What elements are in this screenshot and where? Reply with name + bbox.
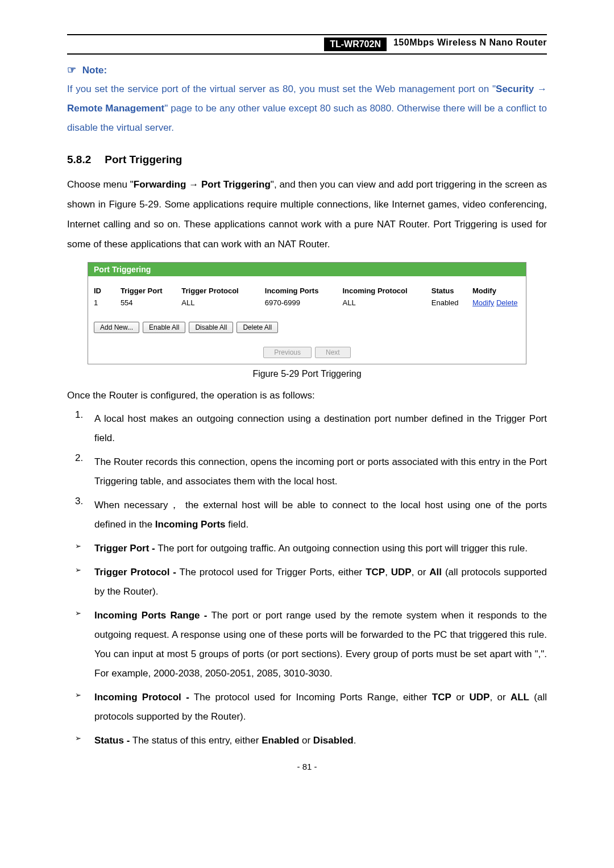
tpr-d: ,	[385, 567, 391, 578]
ss-button-row: Add New... Enable All Disable All Delete…	[88, 316, 526, 342]
bullet-icon: ➢	[75, 606, 94, 683]
col-modify: Modify	[472, 286, 520, 295]
add-new-button[interactable]: Add New...	[94, 322, 139, 333]
list-item: ➢ Trigger Protocol - The protocol used f…	[75, 563, 547, 601]
ul-trigger-protocol: Trigger Protocol - The protocol used for…	[94, 563, 547, 601]
header-bar: TL-WR702N 150Mbps Wireless N Nano Router	[67, 34, 547, 55]
figure-caption: Figure 5-29 Port Triggering	[67, 369, 547, 379]
col-incoming-protocol: Incoming Protocol	[343, 286, 432, 295]
cell-inports: 6970-6999	[265, 298, 343, 307]
bullet-list: ➢ Trigger Port - The port for outgoing t…	[75, 539, 547, 750]
list-item: ➢ Trigger Port - The port for outgoing t…	[75, 539, 547, 558]
cell-id: 1	[94, 298, 121, 307]
note-text-a: If you set the service port of the virtu…	[67, 84, 496, 94]
modify-link[interactable]: Modify	[472, 298, 494, 307]
st-d: or	[299, 735, 313, 746]
tp-text: The port for outgoing traffic. An outgoi…	[155, 543, 528, 554]
list-item: ➢ Incoming Ports Range - The port or por…	[75, 606, 547, 683]
ip-tcp: TCP	[432, 692, 451, 703]
tpr-tcp: TCP	[366, 567, 385, 578]
disable-all-button[interactable]: Disable All	[189, 322, 233, 333]
model-label: TL-WR702N	[324, 38, 387, 51]
ipr-label: Incoming Ports Range -	[94, 610, 207, 621]
bullet-icon: ➢	[75, 731, 94, 750]
section-title: Port Triggering	[105, 153, 182, 165]
cell-inproto: ALL	[343, 298, 432, 307]
ss-title: Port Triggering	[88, 263, 526, 276]
next-button: Next	[315, 347, 351, 358]
col-id: ID	[94, 286, 121, 295]
ss-pager: Previous Next	[88, 342, 526, 364]
st-disabled: Disabled	[313, 735, 354, 746]
note-label: Note:	[82, 65, 107, 76]
cell-tport: 554	[121, 298, 181, 307]
p1-port-triggering: Port Triggering	[201, 179, 271, 190]
previous-button: Previous	[263, 347, 312, 358]
screenshot-port-triggering: Port Triggering ID Trigger Port Trigger …	[88, 262, 526, 364]
ul-trigger-port: Trigger Port - The port for outgoing tra…	[94, 539, 547, 558]
ul-incoming-protocol: Incoming Protocol - The protocol used fo…	[94, 688, 547, 726]
once-configured: Once the Router is configured, the opera…	[67, 386, 547, 406]
note-arrow: →	[534, 84, 547, 94]
cell-tproto: ALL	[181, 298, 264, 307]
st-enabled: Enabled	[262, 735, 299, 746]
ip-d: or	[451, 692, 470, 703]
paragraph-intro: Choose menu "Forwarding → Port Triggerin…	[67, 175, 547, 254]
tpr-b: The protocol used for Trigger Ports, eit…	[176, 567, 366, 578]
ip-label: Incoming Protocol -	[94, 692, 189, 703]
note-body: If you set the service port of the virtu…	[67, 80, 547, 138]
tp-label: Trigger Port -	[94, 543, 155, 554]
col-status: Status	[432, 286, 472, 295]
list-item: 2. The Router records this connection, o…	[75, 452, 547, 491]
ol3-c: field.	[226, 519, 249, 530]
tpr-all: All	[429, 567, 442, 578]
ol-3-text: When necessary， the external host will b…	[94, 496, 547, 534]
tpr-label: Trigger Protocol -	[94, 567, 176, 578]
note-header: ☞ Note:	[67, 64, 547, 76]
ip-all: ALL	[511, 692, 529, 703]
section-header: 5.8.2Port Triggering	[67, 153, 547, 166]
p1-arrow: →	[186, 179, 201, 190]
st-label: Status -	[94, 735, 130, 746]
list-item: ➢ Status - The status of this entry, eit…	[75, 731, 547, 750]
col-incoming-ports: Incoming Ports	[265, 286, 343, 295]
note-security: Security	[496, 84, 534, 94]
bullet-icon: ➢	[75, 563, 94, 601]
note-remote-management: Remote Management	[67, 103, 164, 114]
header-subtitle: 150Mbps Wireless N Nano Router	[393, 38, 547, 51]
ol3-b: Incoming Ports	[155, 519, 226, 530]
col-trigger-port: Trigger Port	[121, 286, 181, 295]
hand-icon: ☞	[67, 64, 76, 76]
bullet-icon: ➢	[75, 539, 94, 558]
list-num-3: 3.	[75, 496, 94, 534]
ss-table-header: ID Trigger Port Trigger Protocol Incomin…	[94, 284, 520, 297]
ip-f: , or	[489, 692, 510, 703]
list-item: ➢ Incoming Protocol - The protocol used …	[75, 688, 547, 726]
list-num-1: 1.	[75, 409, 94, 448]
ul-status: Status - The status of this entry, eithe…	[94, 731, 547, 750]
ordered-list: 1. A local host makes an outgoing connec…	[75, 409, 547, 534]
ol-1-text: A local host makes an outgoing connectio…	[94, 409, 547, 448]
st-b: The status of this entry, either	[130, 735, 262, 746]
p1-forwarding: Forwarding	[134, 179, 186, 190]
ip-udp: UDP	[470, 692, 490, 703]
delete-link[interactable]: Delete	[496, 298, 518, 307]
ul-incoming-ports-range: Incoming Ports Range - The port or port …	[94, 606, 547, 683]
list-num-2: 2.	[75, 452, 94, 491]
delete-all-button[interactable]: Delete All	[237, 322, 278, 333]
section-number: 5.8.2	[67, 153, 91, 165]
col-trigger-protocol: Trigger Protocol	[181, 286, 264, 295]
tpr-udp: UDP	[391, 567, 412, 578]
ip-b: The protocol used for Incoming Ports Ran…	[189, 692, 432, 703]
bullet-icon: ➢	[75, 688, 94, 726]
page-number: - 81 -	[67, 762, 547, 771]
st-f: .	[354, 735, 356, 746]
tpr-f: , or	[412, 567, 430, 578]
p1-a: Choose menu "	[67, 179, 134, 190]
list-item: 3. When necessary， the external host wil…	[75, 496, 547, 534]
ss-table-row: 1 554 ALL 6970-6999 ALL Enabled Modify D…	[94, 297, 520, 312]
enable-all-button[interactable]: Enable All	[143, 322, 185, 333]
cell-status: Enabled	[432, 298, 472, 307]
list-item: 1. A local host makes an outgoing connec…	[75, 409, 547, 448]
ol-2-text: The Router records this connection, open…	[94, 452, 547, 491]
